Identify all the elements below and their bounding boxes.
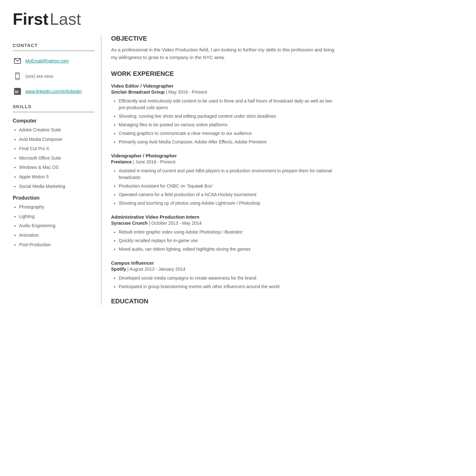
jobs-container: Video Editor / VideographerSinclair Broa…: [111, 83, 336, 290]
list-item: Production Assistant for CNBC on 'Squawk…: [119, 183, 336, 189]
left-column: CONTACT MyEmail@yahoo.com (xxx) xxx-xxxx: [13, 35, 102, 305]
skills-section-title: SKILLS: [13, 104, 95, 109]
job-bullets: Efficiently and meticulously edit conten…: [111, 98, 336, 145]
list-item: Animation: [19, 232, 95, 239]
job-title: Campus Influencer: [111, 260, 336, 266]
job-block: Campus InfluencerSpotify | August 2013 -…: [111, 260, 336, 290]
job-title: Videographer / Photographer: [111, 153, 336, 158]
main-layout: CONTACT MyEmail@yahoo.com (xxx) xxx-xxxx: [13, 35, 336, 305]
computer-skills-list: Adobe Creative SuiteAvid Media ComposerF…: [13, 127, 95, 189]
list-item: Rebuilt entire graphic index using Adobe…: [119, 229, 336, 235]
resume-header: First Last: [13, 10, 336, 29]
list-item: Lighting: [19, 214, 95, 220]
list-item: Photography: [19, 204, 95, 210]
list-item: Social Media Marketing: [19, 183, 95, 190]
list-item: Developed social media campaigns to crea…: [119, 275, 336, 281]
list-item: Post-Production: [19, 242, 95, 248]
list-item: Final Cut Pro X: [19, 146, 95, 152]
contact-divider: [13, 50, 95, 51]
phone-contact-item: (xxx) xxx-xxxx: [13, 71, 95, 81]
list-item: Mixed audio, ran ribbon lighting, edited…: [119, 246, 336, 253]
email-icon: [13, 56, 22, 66]
list-item: Operated camera for a field production o…: [119, 191, 336, 198]
phone-text: (xxx) xxx-xxxx: [25, 74, 53, 79]
education-title: EDUCATION: [111, 298, 336, 305]
production-skills-list: PhotographyLightingAudio EngineeringAnim…: [13, 204, 95, 248]
linkedin-link[interactable]: www.linkedin.com/in/linkedin: [25, 89, 82, 94]
job-block: Video Editor / VideographerSinclair Broa…: [111, 83, 336, 145]
list-item: Managing files to be posted on various o…: [119, 122, 336, 128]
list-item: Primarily using Avid Media Composer, Ado…: [119, 139, 336, 145]
job-block: Administrative Video Production InternSy…: [111, 214, 336, 253]
linkedin-icon: in: [13, 87, 22, 96]
objective-text: As a professional in the Video Productio…: [111, 46, 336, 61]
list-item: Shooting, running live shots and editing…: [119, 113, 336, 120]
job-bullets: Assisted in training of current and past…: [111, 168, 336, 207]
job-company: Freelance | June 2016 - Present: [111, 159, 336, 164]
list-item: Participated in group brainstorming even…: [119, 283, 336, 290]
first-name: First: [13, 10, 49, 28]
production-skills-title: Production: [13, 195, 95, 201]
list-item: Microsoft Office Suite: [19, 155, 95, 162]
job-bullets: Rebuilt entire graphic index using Adobe…: [111, 229, 336, 253]
list-item: Assisted in training of current and past…: [119, 168, 336, 181]
phone-icon: [13, 71, 22, 81]
objective-title: OBJECTIVE: [111, 35, 336, 42]
linkedin-contact-item: in www.linkedin.com/in/linkedin: [13, 87, 95, 96]
computer-skills-title: Computer: [13, 118, 95, 124]
work-experience-title: WORK EXPERIENCE: [111, 70, 336, 77]
list-item: Windows & Mac OS: [19, 164, 95, 171]
list-item: Avid Media Composer: [19, 136, 95, 143]
job-block: Videographer / PhotographerFreelance | J…: [111, 153, 336, 207]
svg-text:in: in: [15, 89, 18, 94]
list-item: Efficiently and meticulously edit conten…: [119, 98, 336, 111]
right-column: OBJECTIVE As a professional in the Video…: [102, 35, 336, 305]
list-item: Quickly recalled replays for in-game use: [119, 237, 336, 244]
email-contact-item: MyEmail@yahoo.com: [13, 56, 95, 66]
job-company: Spotify | August 2013 - January 2014: [111, 267, 336, 272]
list-item: Audio Engineering: [19, 223, 95, 229]
job-title: Administrative Video Production Intern: [111, 214, 336, 220]
list-item: Apple Motion 5: [19, 174, 95, 180]
job-bullets: Developed social media campaigns to crea…: [111, 275, 336, 290]
last-name: Last: [50, 10, 81, 28]
list-item: Creating graphics to communicate a clear…: [119, 130, 336, 137]
job-company: Syracuse Crunch | October 2013 - May 201…: [111, 221, 336, 226]
email-link[interactable]: MyEmail@yahoo.com: [25, 58, 69, 63]
job-company: Sinclair Broadcast Group | May 2016 - Pr…: [111, 89, 336, 95]
job-title: Video Editor / Videographer: [111, 83, 336, 89]
list-item: Adobe Creative Suite: [19, 127, 95, 133]
contact-section-title: CONTACT: [13, 43, 95, 48]
skills-divider: [13, 112, 95, 112]
list-item: Shooting and touching up of photos using…: [119, 200, 336, 207]
